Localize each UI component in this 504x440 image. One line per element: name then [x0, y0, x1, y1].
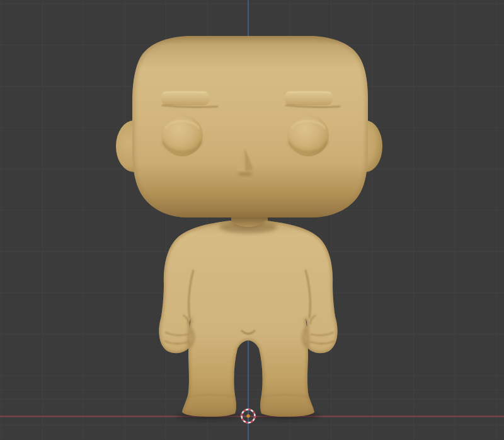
- model-right-eyebrow[interactable]: [285, 91, 333, 105]
- viewport-canvas[interactable]: [0, 0, 504, 440]
- model-left-eyebrow[interactable]: [161, 91, 209, 105]
- cursor-center-dot: [246, 414, 249, 417]
- 3d-viewport[interactable]: [0, 0, 504, 440]
- nose-under-shadow: [238, 172, 253, 176]
